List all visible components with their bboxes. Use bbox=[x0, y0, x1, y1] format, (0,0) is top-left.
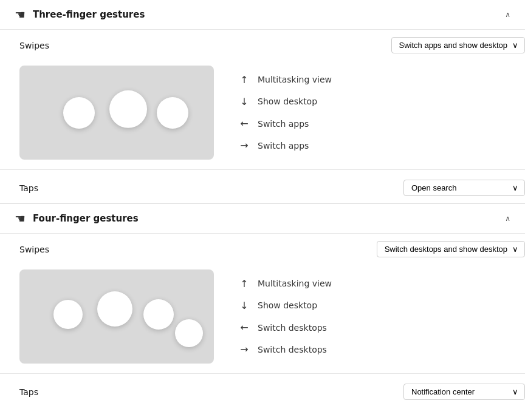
four-finger-swipes-label: Swipes bbox=[19, 245, 49, 254]
four-finger-dot-2 bbox=[97, 291, 132, 327]
three-finger-taps-label: Taps bbox=[19, 183, 38, 193]
three-finger-swipes-label: Swipes bbox=[19, 41, 49, 50]
four-finger-swipes-dropdown-chevron: ∨ bbox=[512, 245, 518, 254]
three-finger-dot-2 bbox=[109, 90, 147, 127]
four-finger-dot-3 bbox=[143, 299, 174, 330]
four-finger-taps-dropdown[interactable]: Notification center ∨ bbox=[403, 384, 525, 400]
three-finger-icon: ☚ bbox=[15, 7, 26, 22]
four-finger-section: ☚ Four-finger gestures ∧ Swipes Switch d… bbox=[0, 204, 525, 407]
four-finger-taps-label: Taps bbox=[19, 387, 38, 397]
four-finger-gesture-down: ↓ Show desktop bbox=[238, 297, 332, 314]
three-finger-taps-dropdown-chevron: ∨ bbox=[512, 183, 518, 192]
three-finger-gesture-down: ↓ Show desktop bbox=[238, 93, 332, 110]
four-finger-right-label: Switch desktops bbox=[258, 345, 327, 354]
four-finger-gesture-right: → Switch desktops bbox=[238, 341, 332, 357]
four-finger-gesture-area: ↑ Multitasking view ↓ Show desktop ← Swi… bbox=[0, 265, 525, 371]
three-finger-left-label: Switch apps bbox=[258, 119, 309, 129]
swipes-taps-divider bbox=[0, 169, 525, 170]
four-finger-icon: ☚ bbox=[15, 211, 26, 226]
three-finger-gesture-left: ← Switch apps bbox=[238, 115, 332, 132]
four-arrow-right-icon: → bbox=[238, 344, 250, 355]
three-finger-gesture-list: ↑ Multitasking view ↓ Show desktop ← Swi… bbox=[238, 66, 332, 160]
three-finger-right-label: Switch apps bbox=[258, 141, 309, 151]
three-finger-swipes-row: Swipes Switch apps and show desktop ∨ bbox=[0, 30, 525, 61]
arrow-left-icon: ← bbox=[238, 118, 250, 129]
arrow-up-icon: ↑ bbox=[238, 74, 250, 86]
four-finger-title: Four-finger gestures bbox=[33, 213, 139, 224]
three-finger-gesture-image bbox=[19, 66, 214, 160]
three-finger-dot-3 bbox=[157, 97, 188, 129]
four-finger-dot-1 bbox=[53, 300, 83, 329]
three-finger-gesture-area: ↑ Multitasking view ↓ Show desktop ← Swi… bbox=[0, 61, 525, 167]
three-finger-collapse-icon[interactable]: ∧ bbox=[505, 10, 510, 19]
four-finger-left-label: Switch desktops bbox=[258, 323, 327, 333]
three-finger-gesture-up: ↑ Multitasking view bbox=[238, 72, 332, 88]
four-finger-gesture-image bbox=[19, 269, 214, 364]
three-finger-gesture-right: → Switch apps bbox=[238, 137, 332, 154]
four-finger-gesture-left: ← Switch desktops bbox=[238, 319, 332, 336]
four-finger-down-label: Show desktop bbox=[258, 300, 317, 310]
three-finger-swipes-dropdown-chevron: ∨ bbox=[512, 41, 518, 50]
four-finger-taps-dropdown-chevron: ∨ bbox=[512, 387, 518, 396]
three-finger-header-left: ☚ Three-finger gestures bbox=[15, 7, 145, 22]
three-finger-taps-row: Taps Open search ∨ bbox=[0, 172, 525, 203]
four-finger-dot-4 bbox=[175, 319, 203, 347]
three-finger-dot-1 bbox=[63, 97, 95, 129]
four-finger-taps-row: Taps Notification center ∨ bbox=[0, 376, 525, 407]
three-finger-swipes-dropdown-value: Switch apps and show desktop bbox=[399, 41, 508, 50]
three-finger-title: Three-finger gestures bbox=[33, 9, 145, 20]
three-finger-taps-dropdown[interactable]: Open search ∨ bbox=[403, 180, 525, 196]
three-finger-header: ☚ Three-finger gestures ∧ bbox=[0, 0, 525, 30]
four-swipes-taps-divider bbox=[0, 373, 525, 374]
four-finger-swipes-dropdown[interactable]: Switch desktops and show desktop ∨ bbox=[377, 241, 525, 257]
four-finger-taps-dropdown-value: Notification center bbox=[411, 387, 475, 396]
three-finger-section: ☚ Three-finger gestures ∧ Swipes Switch … bbox=[0, 0, 525, 203]
four-finger-gesture-up: ↑ Multitasking view bbox=[238, 276, 332, 292]
three-finger-down-label: Show desktop bbox=[258, 97, 317, 106]
four-finger-up-label: Multitasking view bbox=[258, 279, 332, 288]
four-finger-collapse-icon[interactable]: ∧ bbox=[505, 214, 510, 223]
arrow-right-icon: → bbox=[238, 140, 250, 151]
four-finger-gesture-list: ↑ Multitasking view ↓ Show desktop ← Swi… bbox=[238, 269, 332, 364]
four-finger-header-left: ☚ Four-finger gestures bbox=[15, 211, 139, 226]
three-finger-swipes-dropdown[interactable]: Switch apps and show desktop ∨ bbox=[391, 37, 526, 53]
four-arrow-down-icon: ↓ bbox=[238, 300, 250, 311]
three-finger-up-label: Multitasking view bbox=[258, 75, 332, 84]
four-arrow-up-icon: ↑ bbox=[238, 278, 250, 290]
four-arrow-left-icon: ← bbox=[238, 322, 250, 333]
four-finger-swipes-dropdown-value: Switch desktops and show desktop bbox=[385, 245, 507, 254]
three-finger-taps-dropdown-value: Open search bbox=[411, 183, 456, 192]
four-finger-header: ☚ Four-finger gestures ∧ bbox=[0, 204, 525, 234]
four-finger-swipes-row: Swipes Switch desktops and show desktop … bbox=[0, 234, 525, 265]
arrow-down-icon: ↓ bbox=[238, 96, 250, 107]
